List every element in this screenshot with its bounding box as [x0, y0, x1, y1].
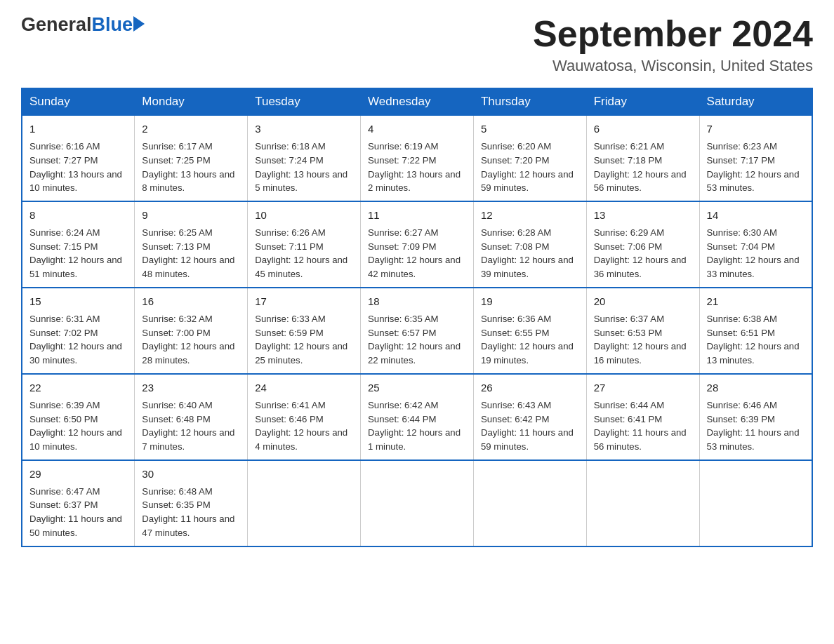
- calendar-cell: [699, 460, 812, 546]
- calendar-cell: 18 Sunrise: 6:35 AM Sunset: 6:57 PM Dayl…: [361, 288, 474, 374]
- calendar-cell: 19 Sunrise: 6:36 AM Sunset: 6:55 PM Dayl…: [473, 288, 586, 374]
- calendar-cell: 14 Sunrise: 6:30 AM Sunset: 7:04 PM Dayl…: [699, 201, 812, 288]
- col-header-sunday: Sunday: [22, 88, 135, 115]
- day-number: 6: [594, 121, 692, 137]
- calendar-week-row: 8 Sunrise: 6:24 AM Sunset: 7:15 PM Dayli…: [22, 201, 812, 288]
- day-number: 13: [594, 208, 692, 223]
- day-info: Sunrise: 6:31 AM Sunset: 7:02 PM Dayligh…: [29, 312, 127, 368]
- day-info: Sunrise: 6:28 AM Sunset: 7:08 PM Dayligh…: [481, 226, 579, 281]
- day-info: Sunrise: 6:27 AM Sunset: 7:09 PM Dayligh…: [368, 226, 466, 281]
- day-number: 29: [29, 467, 127, 482]
- day-number: 21: [707, 294, 805, 309]
- day-info: Sunrise: 6:16 AM Sunset: 7:27 PM Dayligh…: [29, 140, 127, 195]
- day-info: Sunrise: 6:40 AM Sunset: 6:48 PM Dayligh…: [142, 398, 240, 454]
- day-number: 22: [29, 380, 127, 396]
- day-info: Sunrise: 6:32 AM Sunset: 7:00 PM Dayligh…: [142, 312, 240, 368]
- calendar-week-row: 29 Sunrise: 6:47 AM Sunset: 6:37 PM Dayl…: [22, 460, 812, 546]
- day-number: 15: [29, 294, 127, 309]
- calendar-cell: 17 Sunrise: 6:33 AM Sunset: 6:59 PM Dayl…: [248, 288, 361, 374]
- day-number: 28: [707, 380, 805, 396]
- calendar-table: SundayMondayTuesdayWednesdayThursdayFrid…: [21, 88, 813, 547]
- calendar-cell: 28 Sunrise: 6:46 AM Sunset: 6:39 PM Dayl…: [699, 374, 812, 460]
- calendar-cell: 20 Sunrise: 6:37 AM Sunset: 6:53 PM Dayl…: [586, 288, 699, 374]
- day-number: 17: [255, 294, 353, 309]
- calendar-cell: 26 Sunrise: 6:43 AM Sunset: 6:42 PM Dayl…: [473, 374, 586, 460]
- day-number: 7: [707, 121, 805, 137]
- day-info: Sunrise: 6:36 AM Sunset: 6:55 PM Dayligh…: [481, 312, 579, 368]
- calendar-cell: 9 Sunrise: 6:25 AM Sunset: 7:13 PM Dayli…: [135, 201, 248, 288]
- day-info: Sunrise: 6:41 AM Sunset: 6:46 PM Dayligh…: [255, 398, 353, 454]
- day-info: Sunrise: 6:21 AM Sunset: 7:18 PM Dayligh…: [594, 140, 692, 195]
- day-info: Sunrise: 6:47 AM Sunset: 6:37 PM Dayligh…: [29, 485, 127, 540]
- calendar-cell: 10 Sunrise: 6:26 AM Sunset: 7:11 PM Dayl…: [248, 201, 361, 288]
- day-number: 5: [481, 121, 579, 137]
- day-number: 9: [142, 208, 240, 223]
- calendar-cell: 11 Sunrise: 6:27 AM Sunset: 7:09 PM Dayl…: [361, 201, 474, 288]
- calendar-cell: 13 Sunrise: 6:29 AM Sunset: 7:06 PM Dayl…: [586, 201, 699, 288]
- calendar-cell: 1 Sunrise: 6:16 AM Sunset: 7:27 PM Dayli…: [22, 115, 135, 201]
- calendar-cell: 15 Sunrise: 6:31 AM Sunset: 7:02 PM Dayl…: [22, 288, 135, 374]
- day-info: Sunrise: 6:35 AM Sunset: 6:57 PM Dayligh…: [368, 312, 466, 368]
- calendar-cell: 3 Sunrise: 6:18 AM Sunset: 7:24 PM Dayli…: [248, 115, 361, 201]
- calendar-week-row: 22 Sunrise: 6:39 AM Sunset: 6:50 PM Dayl…: [22, 374, 812, 460]
- day-number: 18: [368, 294, 466, 309]
- day-number: 12: [481, 208, 579, 223]
- calendar-cell: [586, 460, 699, 546]
- day-info: Sunrise: 6:30 AM Sunset: 7:04 PM Dayligh…: [707, 226, 805, 281]
- month-title: September 2024: [533, 14, 813, 54]
- col-header-wednesday: Wednesday: [361, 88, 474, 115]
- day-info: Sunrise: 6:17 AM Sunset: 7:25 PM Dayligh…: [142, 140, 240, 195]
- calendar-header-row: SundayMondayTuesdayWednesdayThursdayFrid…: [22, 88, 812, 115]
- day-number: 1: [29, 121, 127, 137]
- calendar-cell: 27 Sunrise: 6:44 AM Sunset: 6:41 PM Dayl…: [586, 374, 699, 460]
- calendar-cell: 29 Sunrise: 6:47 AM Sunset: 6:37 PM Dayl…: [22, 460, 135, 546]
- logo: General Blue: [21, 14, 145, 36]
- calendar-cell: 24 Sunrise: 6:41 AM Sunset: 6:46 PM Dayl…: [248, 374, 361, 460]
- day-number: 25: [368, 380, 466, 396]
- logo-blue-text: Blue: [92, 14, 145, 36]
- col-header-tuesday: Tuesday: [248, 88, 361, 115]
- calendar-cell: 12 Sunrise: 6:28 AM Sunset: 7:08 PM Dayl…: [473, 201, 586, 288]
- day-info: Sunrise: 6:37 AM Sunset: 6:53 PM Dayligh…: [594, 312, 692, 368]
- day-number: 24: [255, 380, 353, 396]
- col-header-saturday: Saturday: [699, 88, 812, 115]
- day-info: Sunrise: 6:46 AM Sunset: 6:39 PM Dayligh…: [707, 398, 805, 454]
- calendar-cell: [473, 460, 586, 546]
- day-info: Sunrise: 6:26 AM Sunset: 7:11 PM Dayligh…: [255, 226, 353, 281]
- title-area: September 2024 Wauwatosa, Wisconsin, Uni…: [533, 14, 813, 75]
- day-number: 26: [481, 380, 579, 396]
- logo-triangle-icon: [133, 16, 145, 32]
- col-header-thursday: Thursday: [473, 88, 586, 115]
- day-info: Sunrise: 6:20 AM Sunset: 7:20 PM Dayligh…: [481, 140, 579, 195]
- day-info: Sunrise: 6:44 AM Sunset: 6:41 PM Dayligh…: [594, 398, 692, 454]
- calendar-cell: 8 Sunrise: 6:24 AM Sunset: 7:15 PM Dayli…: [22, 201, 135, 288]
- day-number: 16: [142, 294, 240, 309]
- day-info: Sunrise: 6:19 AM Sunset: 7:22 PM Dayligh…: [368, 140, 466, 195]
- calendar-cell: 7 Sunrise: 6:23 AM Sunset: 7:17 PM Dayli…: [699, 115, 812, 201]
- calendar-cell: 4 Sunrise: 6:19 AM Sunset: 7:22 PM Dayli…: [361, 115, 474, 201]
- day-number: 3: [255, 121, 353, 137]
- col-header-monday: Monday: [135, 88, 248, 115]
- calendar-cell: 30 Sunrise: 6:48 AM Sunset: 6:35 PM Dayl…: [135, 460, 248, 546]
- day-info: Sunrise: 6:33 AM Sunset: 6:59 PM Dayligh…: [255, 312, 353, 368]
- day-info: Sunrise: 6:48 AM Sunset: 6:35 PM Dayligh…: [142, 485, 240, 540]
- logo-blue-label: Blue: [92, 14, 133, 36]
- calendar-cell: 2 Sunrise: 6:17 AM Sunset: 7:25 PM Dayli…: [135, 115, 248, 201]
- logo-general-text: General: [21, 14, 92, 36]
- page-header: General Blue September 2024 Wauwatosa, W…: [21, 14, 813, 75]
- day-number: 14: [707, 208, 805, 223]
- day-number: 27: [594, 380, 692, 396]
- day-number: 19: [481, 294, 579, 309]
- col-header-friday: Friday: [586, 88, 699, 115]
- calendar-cell: [361, 460, 474, 546]
- day-number: 23: [142, 380, 240, 396]
- day-info: Sunrise: 6:29 AM Sunset: 7:06 PM Dayligh…: [594, 226, 692, 281]
- location-title: Wauwatosa, Wisconsin, United States: [533, 57, 813, 75]
- day-number: 11: [368, 208, 466, 223]
- day-info: Sunrise: 6:39 AM Sunset: 6:50 PM Dayligh…: [29, 398, 127, 454]
- day-number: 8: [29, 208, 127, 223]
- day-number: 20: [594, 294, 692, 309]
- calendar-week-row: 1 Sunrise: 6:16 AM Sunset: 7:27 PM Dayli…: [22, 115, 812, 201]
- day-info: Sunrise: 6:23 AM Sunset: 7:17 PM Dayligh…: [707, 140, 805, 195]
- calendar-cell: 5 Sunrise: 6:20 AM Sunset: 7:20 PM Dayli…: [473, 115, 586, 201]
